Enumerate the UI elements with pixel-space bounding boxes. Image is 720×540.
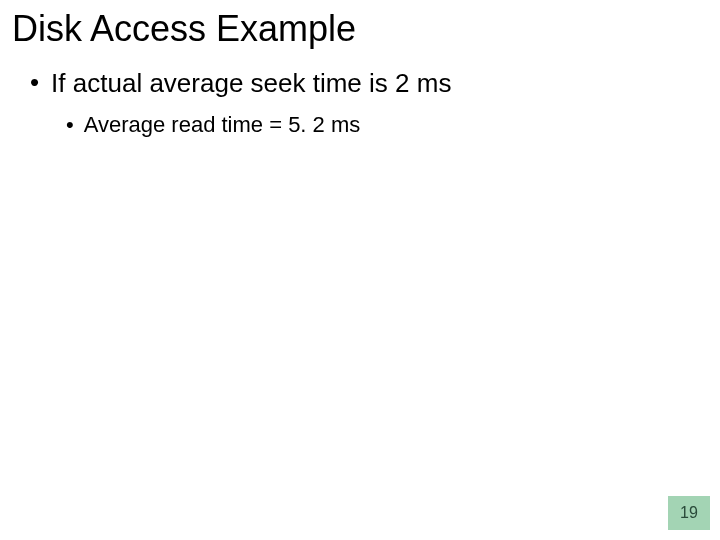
page-number: 19: [680, 504, 698, 522]
bullet-level-1: • If actual average seek time is 2 ms: [30, 68, 708, 98]
bullet-text: If actual average seek time is 2 ms: [51, 68, 451, 98]
slide-title: Disk Access Example: [12, 8, 708, 50]
page-number-badge: 19: [668, 496, 710, 530]
bullet-level-2: • Average read time = 5. 2 ms: [66, 112, 708, 138]
bullet-dot-icon: •: [30, 68, 39, 96]
slide: Disk Access Example • If actual average …: [0, 0, 720, 540]
bullet-dot-icon: •: [66, 112, 74, 138]
bullet-text: Average read time = 5. 2 ms: [84, 112, 361, 138]
